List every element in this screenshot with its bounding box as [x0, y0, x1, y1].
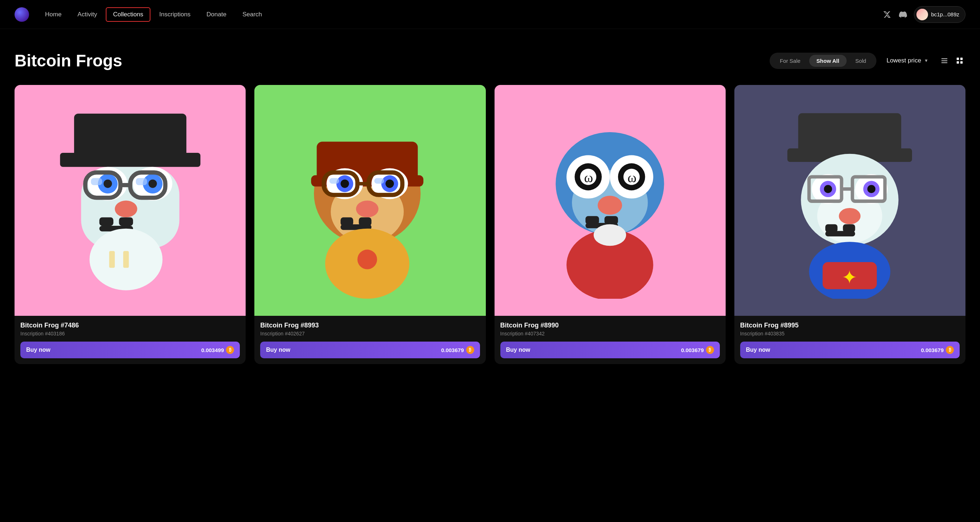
- nft-image: [14, 85, 246, 316]
- svg-rect-42: [374, 178, 384, 183]
- nft-info: Bitcoin Frog #8990Inscription #407342 Bu…: [495, 316, 725, 364]
- svg-point-37: [385, 179, 394, 188]
- nft-name: Bitcoin Frog #8990: [500, 322, 720, 329]
- nft-name: Bitcoin Frog #8993: [260, 322, 480, 329]
- nft-card[interactable]: Bitcoin Frog #7486Inscription #403186 Bu…: [14, 85, 246, 364]
- svg-rect-7: [74, 114, 186, 159]
- svg-point-14: [103, 179, 112, 188]
- btc-icon: ₿: [466, 346, 474, 354]
- nft-card[interactable]: ω ω Bitcoin Frog #8990Inscription #40734…: [495, 85, 725, 364]
- svg-rect-41: [329, 178, 339, 183]
- nft-inscription: Inscription #402627: [260, 331, 480, 336]
- buy-now-button[interactable]: Buy now 0.003499 ₿: [20, 341, 240, 358]
- svg-rect-23: [119, 217, 133, 225]
- buy-price: 0.003679 ₿: [441, 346, 474, 354]
- svg-point-64: [594, 224, 627, 246]
- nav-links: HomeActivityCollectionsInscriptionsDonat…: [38, 7, 879, 22]
- filter-tab-sold[interactable]: Sold: [848, 55, 873, 67]
- buy-label: Buy now: [506, 347, 530, 353]
- twitter-icon[interactable]: [882, 10, 892, 20]
- nav-link-inscriptions[interactable]: Inscriptions: [152, 7, 198, 22]
- sort-dropdown[interactable]: Lowest price ▼: [882, 54, 933, 67]
- svg-text:✦: ✦: [842, 267, 858, 288]
- nft-info: Bitcoin Frog #7486Inscription #403186 Bu…: [14, 316, 246, 364]
- nft-name: Bitcoin Frog #7486: [20, 322, 240, 329]
- nav-link-activity[interactable]: Activity: [70, 7, 104, 22]
- svg-rect-3: [957, 58, 959, 60]
- svg-text:ω: ω: [584, 170, 593, 185]
- grid-view-icon[interactable]: [954, 55, 966, 67]
- nav-right: bc1p...089z: [882, 6, 966, 23]
- svg-rect-65: [798, 113, 901, 154]
- nav-link-collections[interactable]: Collections: [106, 7, 150, 22]
- svg-rect-0: [942, 59, 948, 59]
- page-title: Bitcoin Frogs: [14, 51, 764, 70]
- wallet-address: bc1p...089z: [931, 11, 959, 17]
- buy-label: Buy now: [746, 347, 770, 353]
- btc-icon: ₿: [226, 346, 234, 354]
- svg-point-59: [598, 196, 622, 214]
- buy-label: Buy now: [26, 347, 51, 353]
- navbar: HomeActivityCollectionsInscriptionsDonat…: [0, 0, 980, 29]
- wallet-button[interactable]: bc1p...089z: [914, 6, 966, 23]
- svg-rect-22: [99, 217, 113, 225]
- nft-info: Bitcoin Frog #8993Inscription #402627 Bu…: [255, 316, 485, 364]
- main-content: Bitcoin Frogs For SaleShow AllSold Lowes…: [0, 29, 980, 379]
- nft-info: Bitcoin Frog #8995Inscription #403835 Bu…: [734, 316, 966, 364]
- svg-rect-5: [957, 61, 959, 63]
- buy-price: 0.003679 ₿: [921, 346, 954, 354]
- svg-rect-20: [136, 178, 147, 185]
- buy-now-button[interactable]: Buy now 0.003679 ₿: [260, 341, 480, 358]
- nav-link-search[interactable]: Search: [235, 7, 269, 22]
- svg-point-74: [867, 185, 875, 193]
- buy-price: 0.003499 ₿: [201, 346, 234, 354]
- svg-point-15: [148, 179, 157, 188]
- nft-image: ✦: [734, 85, 966, 316]
- view-icons: [939, 55, 966, 67]
- btc-icon: ₿: [946, 346, 954, 354]
- nft-name: Bitcoin Frog #8995: [740, 322, 960, 329]
- svg-rect-2: [942, 62, 948, 63]
- nav-logo: [14, 7, 29, 22]
- svg-point-43: [356, 200, 379, 217]
- nft-card[interactable]: ✦ Bitcoin Frog #8995Inscription #403835 …: [734, 85, 966, 364]
- page-header: Bitcoin Frogs For SaleShow AllSold Lowes…: [14, 51, 966, 70]
- nft-inscription: Inscription #407342: [500, 331, 720, 336]
- svg-rect-6: [960, 61, 963, 63]
- chevron-down-icon: ▼: [924, 58, 928, 63]
- nft-image: ω ω: [495, 85, 725, 316]
- buy-label: Buy now: [266, 347, 290, 353]
- svg-rect-19: [91, 178, 102, 185]
- nft-grid: Bitcoin Frog #7486Inscription #403186 Bu…: [14, 85, 966, 364]
- svg-rect-8: [60, 153, 200, 167]
- sort-label: Lowest price: [887, 57, 921, 64]
- nav-link-donate[interactable]: Donate: [199, 7, 234, 22]
- nft-inscription: Inscription #403186: [20, 331, 240, 336]
- list-view-icon[interactable]: [939, 55, 950, 67]
- svg-rect-4: [960, 58, 963, 60]
- svg-point-48: [358, 249, 377, 269]
- buy-now-button[interactable]: Buy now 0.003679 ₿: [740, 341, 960, 358]
- nft-inscription: Inscription #403835: [740, 331, 960, 336]
- svg-point-73: [824, 185, 832, 193]
- svg-point-36: [340, 179, 349, 188]
- nft-card[interactable]: Bitcoin Frog #8993Inscription #402627 Bu…: [255, 85, 485, 364]
- nft-image: [255, 85, 485, 316]
- discord-icon[interactable]: [898, 10, 908, 20]
- svg-point-78: [839, 208, 861, 224]
- wallet-avatar: [916, 9, 928, 20]
- svg-point-21: [115, 200, 137, 217]
- btc-icon: ₿: [706, 346, 714, 354]
- filter-tab-for-sale[interactable]: For Sale: [773, 55, 808, 67]
- buy-price: 0.003679 ₿: [681, 346, 714, 354]
- svg-rect-26: [109, 251, 115, 268]
- svg-rect-27: [123, 251, 129, 268]
- svg-rect-81: [826, 231, 855, 236]
- buy-now-button[interactable]: Buy now 0.003679 ₿: [500, 341, 720, 358]
- nav-link-home[interactable]: Home: [38, 7, 69, 22]
- svg-rect-1: [942, 60, 948, 61]
- filter-tab-show-all[interactable]: Show All: [809, 55, 846, 67]
- svg-text:ω: ω: [628, 170, 636, 185]
- filter-tabs: For SaleShow AllSold: [770, 52, 877, 69]
